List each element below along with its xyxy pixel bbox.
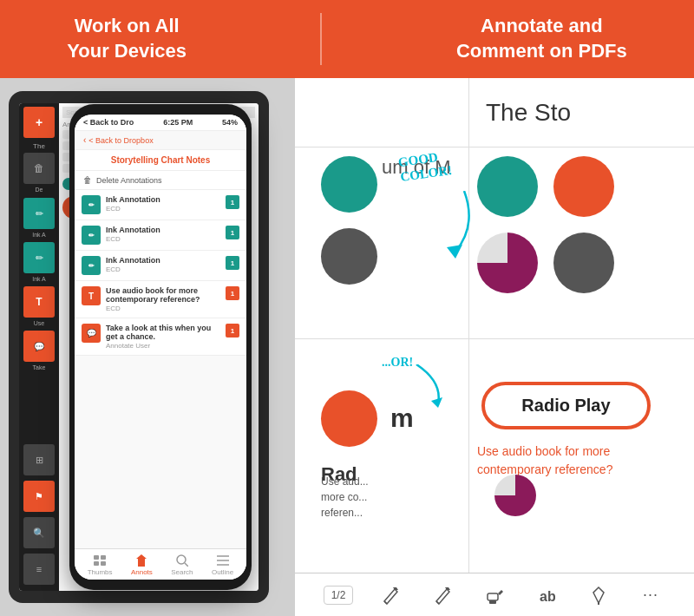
svg-line-6 <box>185 563 188 567</box>
phone-status-time: 6:25 PM <box>163 118 193 127</box>
main-content: + The 🗑 De ✏ Ink A ✏ Ink A <box>0 78 694 616</box>
more-options-button[interactable]: ··· <box>635 580 666 611</box>
annotation-list: ✏ Ink Annotation ECD 1 ✏ Ink Annot <box>75 190 246 548</box>
annot-content-2: Ink Annotation ECD <box>106 226 220 243</box>
tablet-sidebar: + The 🗑 De ✏ Ink A ✏ Ink A <box>19 103 59 591</box>
phone-status-battery: 54% <box>222 118 238 127</box>
pdf-title: The Sto <box>486 99 571 127</box>
bottom-toolbar: 1/2 abc ··· <box>295 573 694 616</box>
circle-teal-1 <box>477 156 538 217</box>
tablet-sidebar-bottom2[interactable]: ⚑ <box>23 481 55 512</box>
svg-text:abc: abc <box>540 589 555 604</box>
annot-content: Ink Annotation ECD <box>106 195 220 213</box>
pdf-header: The Sto <box>295 78 694 147</box>
pen-tool[interactable] <box>583 580 614 611</box>
circle-gray-left <box>321 228 377 285</box>
phone-mockup: < Back to Dro 6:25 PM 54% ‹ < Back to Dr… <box>69 104 252 590</box>
outline-tab-icon <box>216 554 230 567</box>
page-indicator-wrapper: 1/2 <box>323 580 354 611</box>
annot-item-text[interactable]: T Use audio book for more contemporary r… <box>75 281 246 318</box>
search-tab-icon <box>175 554 189 567</box>
small-pie-circle <box>494 475 536 516</box>
radio-play-box: Radio Play <box>481 382 651 429</box>
phone-nav-back[interactable]: ‹ < Back to Dropbox <box>75 131 246 150</box>
tablet-label-de: De <box>36 187 43 193</box>
circle-orange <box>553 156 614 217</box>
tablet-sidebar-comment[interactable]: 💬 <box>23 331 55 362</box>
banner-divider <box>320 13 322 65</box>
phone-screen: < Back to Dro 6:25 PM 54% ‹ < Back to Dr… <box>75 115 246 580</box>
tablet-sidebar-ink2[interactable]: ✏ <box>23 242 55 273</box>
circle-teal-left <box>321 156 377 213</box>
phone-status-bar: < Back to Dro 6:25 PM 54% <box>75 115 246 131</box>
thumbs-icon <box>93 554 107 567</box>
annot-badge-area-4: 1 <box>226 286 239 300</box>
top-banner: Work on All Your Devices Annotate and Co… <box>0 0 694 78</box>
annot-badge-area-5: 1 <box>226 324 239 337</box>
svg-marker-11 <box>431 397 442 408</box>
phone-nav-title: Storytelling Chart Notes <box>75 150 246 171</box>
tablet-sidebar-add[interactable]: + <box>23 107 55 138</box>
svg-marker-10 <box>447 245 462 259</box>
phone-tab-thumbs[interactable]: Thumbs <box>88 554 113 576</box>
circle-orange-bottom <box>321 390 377 447</box>
banner-left-title: Work on All Your Devices <box>67 14 187 63</box>
annot-badge-area-3: 1 <box>226 256 239 270</box>
tablet-sidebar-bottom1[interactable]: ⊞ <box>23 444 55 475</box>
phone-status-left: < Back to Dro <box>83 118 134 127</box>
annot-icon-ink: ✏ <box>82 195 101 214</box>
annot-badge-area: 1 <box>226 195 239 209</box>
text-tool[interactable]: abc <box>531 580 562 611</box>
svg-point-5 <box>177 555 186 564</box>
annot-item[interactable]: ✏ Ink Annotation ECD 1 <box>75 220 246 251</box>
circle-gray <box>553 233 614 293</box>
banner-right-title: Annotate and Comment on PDFs <box>456 14 627 63</box>
svg-marker-4 <box>136 554 147 567</box>
annot-icon-t: T <box>82 286 101 305</box>
phone-tab-search[interactable]: Search <box>171 554 193 576</box>
left-panel: + The 🗑 De ✏ Ink A ✏ Ink A <box>0 78 295 616</box>
svg-rect-0 <box>94 555 99 560</box>
radio-play-label: Radio Play <box>521 396 610 416</box>
svg-rect-17 <box>489 600 496 604</box>
page-indicator: 1/2 <box>324 586 354 605</box>
circles-grid <box>477 156 614 293</box>
phone-tab-outline[interactable]: Outline <box>212 554 233 576</box>
tablet-label-inka2: Ink A <box>32 276 46 282</box>
annot-item[interactable]: ✏ Ink Annotation ECD 1 <box>75 251 246 281</box>
arrow2 <box>408 364 451 411</box>
pencil-tool-2[interactable] <box>427 580 458 611</box>
annot-item-comment[interactable]: 💬 Take a look at this when you get a cha… <box>75 318 246 356</box>
pencil-tool-1[interactable] <box>375 580 406 611</box>
annot-content-4: Use audio book for more contemporary ref… <box>106 286 220 312</box>
phone-tab-annot[interactable]: Annots <box>131 554 153 576</box>
annot-badge-area-2: 1 <box>226 226 239 239</box>
tablet-sidebar-bottom4[interactable]: ≡ <box>23 554 55 585</box>
annot-content-3: Ink Annotation ECD <box>106 256 220 273</box>
annot-item[interactable]: ✏ Ink Annotation ECD 1 <box>75 190 246 220</box>
tablet-label-use: Use <box>34 320 44 326</box>
svg-rect-3 <box>101 561 106 566</box>
svg-line-14 <box>436 601 439 604</box>
annot-tab-icon <box>134 554 148 567</box>
tablet-label-inka: Ink A <box>32 232 46 238</box>
highlighter-tool[interactable] <box>479 580 510 611</box>
annot-icon-comment: 💬 <box>82 324 101 343</box>
svg-rect-16 <box>488 593 498 600</box>
tablet-label-take: Take <box>33 364 46 370</box>
tablet-sidebar-trash[interactable]: 🗑 <box>23 153 55 184</box>
annot-icon-ink3: ✏ <box>82 256 101 275</box>
pdf-area: The Sto GOODCOLOR! <box>295 78 694 573</box>
annot-icon-ink2: ✏ <box>82 226 101 245</box>
tablet-sidebar-bottom3[interactable]: 🔍 <box>23 517 55 548</box>
pdf-annotation-text: Use audio book for more contemporary ref… <box>477 442 651 479</box>
phone-bottom-bar: Thumbs Annots Search <box>75 548 246 580</box>
partial-bottom-text: Use aud...more co...referen... <box>321 474 468 521</box>
svg-rect-1 <box>101 555 106 560</box>
circles-left <box>321 156 377 285</box>
annot-content-5: Take a look at this when you get a chanc… <box>106 324 220 350</box>
tablet-sidebar-text[interactable]: T <box>23 286 55 318</box>
svg-line-12 <box>384 601 387 604</box>
svg-rect-2 <box>94 561 99 566</box>
tablet-sidebar-ink1[interactable]: ✏ <box>23 198 55 229</box>
